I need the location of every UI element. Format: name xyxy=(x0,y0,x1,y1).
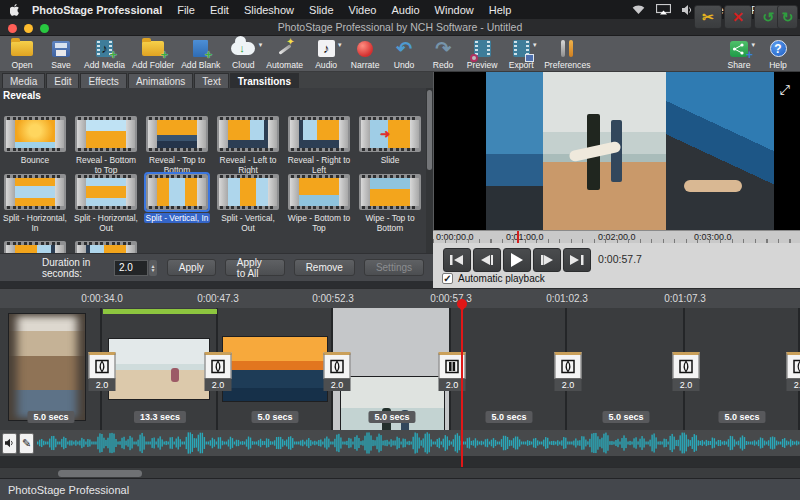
transition-reveal-bottom-top[interactable]: Reveal - Bottom to Top xyxy=(71,116,141,175)
remove-button[interactable]: Remove xyxy=(294,259,355,276)
transition-split-horizontal-in[interactable]: Split - Horizontal, In xyxy=(0,174,70,233)
transition-marker-7[interactable]: 2.0 xyxy=(787,352,800,391)
clip-duration-badge: 13.3 secs xyxy=(134,411,186,423)
apply-button[interactable]: Apply xyxy=(167,259,216,276)
timeline-ruler[interactable]: 0:00:34.0 0:00:47.3 0:00:52.3 0:00:57.3 … xyxy=(0,288,800,308)
clip-thumbnail-2[interactable] xyxy=(108,338,210,400)
step-forward-button[interactable] xyxy=(533,248,561,272)
transitions-scrollbar[interactable] xyxy=(426,88,433,253)
timeline-ruler-label: 0:01:02.3 xyxy=(546,293,588,304)
save-floppy-icon xyxy=(52,38,70,59)
airplay-display-icon[interactable] xyxy=(656,4,671,15)
tab-animations[interactable]: Animations xyxy=(128,73,193,88)
undo-button[interactable]: ↶ Undo xyxy=(388,38,420,70)
transition-partial-1[interactable] xyxy=(0,241,70,253)
transition-wipe-top-bottom[interactable]: Wipe - Top to Bottom xyxy=(355,174,425,233)
transition-split-horizontal-out[interactable]: Split - Horizontal, Out xyxy=(71,174,141,233)
add-blank-button[interactable]: + Add Blank xyxy=(181,38,220,70)
export-button[interactable]: ▾ Export xyxy=(505,38,537,70)
transition-marker-5[interactable]: 2.0 xyxy=(555,352,582,391)
transition-reveal-left-right[interactable]: Reveal - Left to Right xyxy=(213,116,283,175)
preferences-button[interactable]: Preferences xyxy=(544,38,590,70)
preview-playhead-marker[interactable] xyxy=(517,231,519,243)
transition-marker-6[interactable]: 2.0 xyxy=(673,352,700,391)
transition-split-vertical-out[interactable]: Split - Vertical, Out xyxy=(213,174,283,233)
transition-split-vertical-in-selected[interactable]: Split - Vertical, In xyxy=(142,174,212,223)
menu-slide[interactable]: Slide xyxy=(309,4,333,16)
menu-window[interactable]: Window xyxy=(435,4,474,16)
narrate-button[interactable]: Narrate xyxy=(349,38,381,70)
transition-reveal-right-left[interactable]: Reveal - Right to Left xyxy=(284,116,354,175)
timeline-underband xyxy=(0,456,800,467)
transitions-panel: Reveals Bounce Reveal - Bottom to Top Re… xyxy=(0,88,433,253)
menu-help[interactable]: Help xyxy=(489,4,512,16)
transition-reveal-top-bottom[interactable]: Reveal - Top to Bottom xyxy=(142,116,212,175)
preview-viewport[interactable]: ⤢ xyxy=(433,72,800,230)
volume-icon[interactable] xyxy=(682,5,694,15)
automate-button[interactable]: Automate xyxy=(266,38,303,70)
reveal-transition-icon xyxy=(205,352,232,379)
help-button[interactable]: ? Help xyxy=(762,38,794,70)
menu-app-name[interactable]: PhotoStage Professional xyxy=(32,4,162,16)
audio-waveform[interactable] xyxy=(37,430,800,456)
close-window-button[interactable] xyxy=(8,24,17,33)
minimize-window-button[interactable] xyxy=(24,24,33,33)
apply-to-all-button[interactable]: Apply to All xyxy=(225,259,285,276)
duration-stepper[interactable]: ▲▼ xyxy=(149,260,157,276)
add-media-button[interactable]: ♪+ Add Media xyxy=(84,38,125,70)
clip-thumbnail-1[interactable] xyxy=(8,313,86,421)
open-button[interactable]: Open xyxy=(6,38,38,70)
automatic-playback-checkbox[interactable]: ✓ xyxy=(442,273,453,284)
audio-mute-button[interactable] xyxy=(2,433,17,454)
rotate-right-button[interactable]: ↻ xyxy=(777,5,798,29)
tab-effects[interactable]: Effects xyxy=(80,73,126,88)
horizontal-scrollbar[interactable] xyxy=(0,467,800,478)
cloud-button[interactable]: ▾ Cloud xyxy=(227,38,259,70)
preview-button[interactable]: Preview xyxy=(466,38,498,70)
fullscreen-expand-icon[interactable]: ⤢ xyxy=(780,82,790,98)
menu-slideshow[interactable]: Slideshow xyxy=(244,4,294,16)
transition-slide[interactable]: Slide xyxy=(355,116,425,165)
audio-button[interactable]: ♪▾ Audio xyxy=(310,38,342,70)
zoom-window-button[interactable] xyxy=(40,24,49,33)
menu-audio[interactable]: Audio xyxy=(391,4,419,16)
transition-partial-2[interactable] xyxy=(71,241,141,253)
transition-marker-1[interactable]: 2.0 xyxy=(89,352,116,391)
duration-input[interactable] xyxy=(114,260,148,276)
clip-duration-badge: 5.0 secs xyxy=(602,411,649,423)
preview-timeline-ruler[interactable]: 0:00:00.0 0:01:00.0 0:02:00.0 0:03:00.0 xyxy=(433,230,800,243)
timeline-playhead[interactable] xyxy=(461,299,463,467)
automatic-playback-label: Automatic playback xyxy=(458,273,545,284)
redo-button[interactable]: ↷ Redo xyxy=(427,38,459,70)
clip-duration-badge: 5.0 secs xyxy=(485,411,532,423)
save-button[interactable]: Save xyxy=(45,38,77,70)
settings-button[interactable]: Settings xyxy=(364,259,424,276)
tab-edit[interactable]: Edit xyxy=(46,73,79,88)
add-folder-button[interactable]: + Add Folder xyxy=(132,38,174,70)
menu-edit[interactable]: Edit xyxy=(210,4,229,16)
clip-modified-marker xyxy=(103,309,217,314)
tab-transitions[interactable]: Transitions xyxy=(230,73,299,88)
transition-marker-3[interactable]: 2.0 xyxy=(324,352,351,391)
menu-file[interactable]: File xyxy=(177,4,195,16)
tab-text[interactable]: Text xyxy=(194,73,228,88)
delete-clip-button[interactable]: ✕ xyxy=(724,5,752,29)
transition-marker-2[interactable]: 2.0 xyxy=(205,352,232,391)
clip-thumbnail-3[interactable] xyxy=(222,336,328,402)
undo-arrow-icon: ↶ xyxy=(396,38,412,59)
wifi-icon[interactable] xyxy=(632,5,645,15)
skip-to-start-button[interactable] xyxy=(443,248,471,272)
transition-bounce[interactable]: Bounce xyxy=(0,116,70,165)
apple-menu-icon[interactable] xyxy=(8,4,22,16)
automatic-playback-row: ✓ Automatic playback xyxy=(442,273,545,284)
tab-media[interactable]: Media xyxy=(2,73,45,88)
play-button[interactable] xyxy=(503,248,531,272)
scrollbar-thumb[interactable] xyxy=(58,470,142,477)
menu-video[interactable]: Video xyxy=(349,4,377,16)
step-back-button[interactable] xyxy=(473,248,501,272)
section-header-reveals: Reveals xyxy=(0,88,433,102)
audio-edit-button[interactable]: ✎ xyxy=(19,433,34,454)
transition-wipe-bottom-top[interactable]: Wipe - Bottom to Top xyxy=(284,174,354,233)
share-button[interactable]: ▾ Share xyxy=(723,38,755,70)
split-scissors-button[interactable]: ✂ xyxy=(694,5,722,29)
